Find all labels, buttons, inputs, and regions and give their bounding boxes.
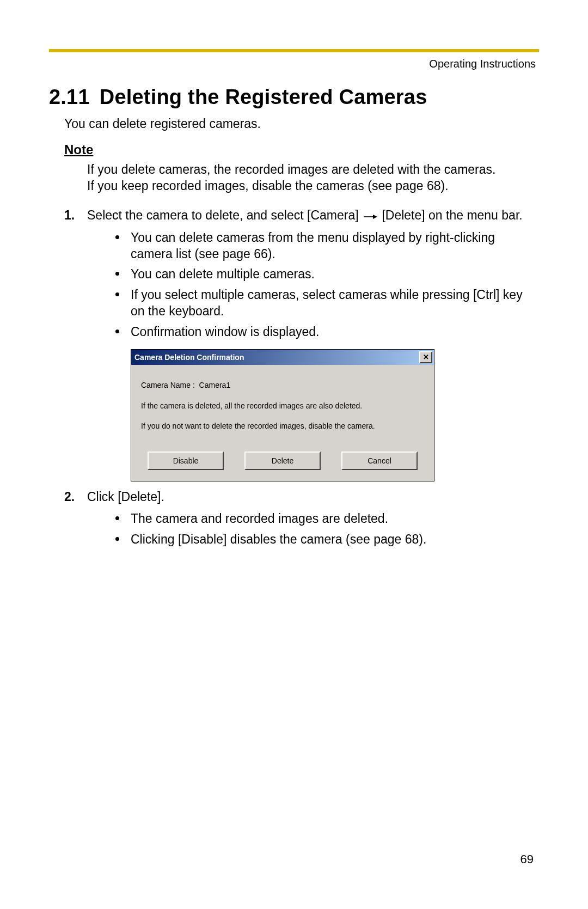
step-1-suffix: [Delete] on the menu bar. (382, 208, 522, 222)
dialog-titlebar: Camera Deletion Confirmation ✕ (131, 350, 434, 365)
dialog-warning-2: If you do not want to delete the recorde… (141, 421, 424, 432)
step-2-text: Click [Delete]. (87, 490, 164, 504)
top-rule (49, 49, 539, 52)
step-2: Click [Delete]. The camera and recorded … (64, 489, 539, 548)
note-body: If you delete cameras, the recorded imag… (49, 162, 539, 194)
svg-marker-1 (373, 215, 377, 219)
step-1-prefix: Select the camera to delete, and select … (87, 208, 359, 222)
close-glyph: ✕ (423, 353, 429, 361)
bullet-text: If you select multiple cameras, select c… (131, 288, 523, 318)
list-item: If you select multiple cameras, select c… (111, 287, 539, 320)
confirmation-dialog: Camera Deletion Confirmation ✕ Camera Na… (131, 349, 434, 481)
dialog-body: Camera Name : Camera1 If the camera is d… (131, 365, 434, 452)
dialog-warning-1: If the camera is deleted, all the record… (141, 401, 424, 412)
dialog-camera-name: Camera Name : Camera1 (141, 380, 424, 391)
button-label: Delete (272, 456, 293, 466)
note-line-1: If you delete cameras, the recorded imag… (87, 162, 495, 176)
bullet-text: Clicking [Disable] disables the camera (… (131, 532, 426, 546)
button-label: Disable (173, 456, 199, 466)
dialog-screenshot: Camera Deletion Confirmation ✕ Camera Na… (131, 349, 539, 481)
delete-button[interactable]: Delete (244, 452, 321, 470)
disable-button[interactable]: Disable (148, 452, 224, 470)
camera-name-label: Camera Name : (141, 381, 195, 389)
list-item: Confirmation window is displayed. (111, 324, 539, 340)
camera-name-value: Camera1 (199, 381, 231, 389)
dialog-title: Camera Deletion Confirmation (134, 352, 244, 362)
section-heading: 2.11Deleting the Registered Cameras (49, 86, 539, 109)
running-header: Operating Instructions (49, 58, 539, 70)
section-intro: You can delete registered cameras. (49, 117, 539, 131)
bullet-text: Confirmation window is displayed. (131, 325, 319, 339)
note-heading: Note (49, 142, 539, 157)
steps-list: Select the camera to delete, and select … (49, 208, 539, 548)
cancel-button[interactable]: Cancel (341, 452, 418, 470)
step-1: Select the camera to delete, and select … (64, 208, 539, 481)
note-line-2: If you keep recorded images, disable the… (87, 179, 449, 193)
list-item: Clicking [Disable] disables the camera (… (111, 532, 539, 548)
arrow-right-icon (363, 208, 377, 224)
close-icon[interactable]: ✕ (419, 351, 432, 363)
list-item: You can delete cameras from the menu dis… (111, 230, 539, 263)
section-title-text: Deleting the Registered Cameras (100, 86, 427, 108)
step-2-bullets: The camera and recorded images are delet… (87, 511, 539, 548)
bullet-text: The camera and recorded images are delet… (131, 511, 388, 526)
page-number: 69 (520, 852, 534, 867)
dialog-button-row: Disable Delete Cancel (131, 452, 434, 481)
bullet-text: You can delete cameras from the menu dis… (131, 230, 495, 261)
list-item: The camera and recorded images are delet… (111, 511, 539, 527)
button-label: Cancel (367, 456, 391, 466)
step-1-bullets: You can delete cameras from the menu dis… (87, 230, 539, 340)
document-page: Operating Instructions 2.11Deleting the … (0, 0, 588, 909)
list-item: You can delete multiple cameras. (111, 266, 539, 283)
bullet-text: You can delete multiple cameras. (131, 267, 315, 281)
step-1-text: Select the camera to delete, and select … (87, 208, 523, 222)
section-number: 2.11 (49, 86, 90, 109)
